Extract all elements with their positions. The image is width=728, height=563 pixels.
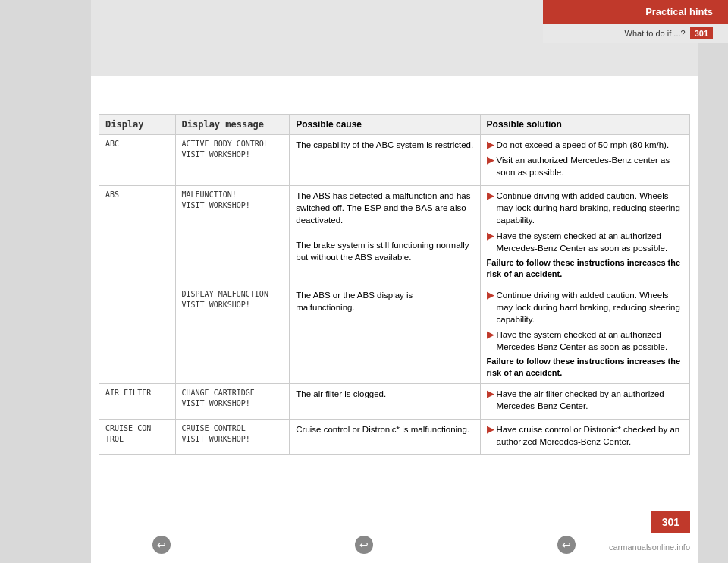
page-number-box: 301 <box>651 511 690 533</box>
solution-text: Do not exceed a speed of 50 mph (80 km/h… <box>497 139 670 151</box>
bullet-arrow-icon: ▶ <box>487 289 494 301</box>
table-row: DISPLAY MALFUNCTION VISIT WORKSHOP!The A… <box>99 285 690 383</box>
cell-solution-4: ▶Have cruise control or Distronic* check… <box>480 419 689 454</box>
solution-text: Have the system checked at an authorized… <box>497 230 683 254</box>
website-footer: carmanualsonline.info <box>609 543 690 552</box>
table-row: CRUISE CON- TROLCRUISE CONTROL VISIT WOR… <box>99 419 690 454</box>
cell-display-0: ABC <box>99 135 176 186</box>
page-number: 301 <box>662 516 679 528</box>
col-header-cause: Possible cause <box>290 115 480 135</box>
cell-message-2: DISPLAY MALFUNCTION VISIT WORKSHOP! <box>175 285 290 383</box>
solution-text: Continue driving with added caution. Whe… <box>497 190 683 226</box>
solution-text: Visit an authorized Mercedes-Benz center… <box>497 154 683 178</box>
cell-solution-2: ▶Continue driving with added caution. Wh… <box>480 285 689 383</box>
solution-bullet: ▶Have the system checked at an authorize… <box>487 230 683 254</box>
warning-text: Failure to follow these instructions inc… <box>487 257 683 281</box>
solution-text: Have cruise control or Distronic* checke… <box>497 423 683 448</box>
header-page-num: 301 <box>690 27 713 39</box>
bullet-arrow-icon: ▶ <box>487 329 494 341</box>
col-header-solution: Possible solution <box>480 115 689 135</box>
icon-circle-right: ↩ <box>557 536 576 554</box>
cell-cause-0: The capability of the ABC system is rest… <box>290 135 480 186</box>
cell-cause-2: The ABS or the ABS display is malfunctio… <box>290 285 480 383</box>
display-messages-table: Display Display message Possible cause P… <box>99 114 690 455</box>
cell-solution-0: ▶Do not exceed a speed of 50 mph (80 km/… <box>480 135 689 186</box>
left-sidebar-bg <box>0 0 91 563</box>
table-row: ABSMALFUNCTION! VISIT WORKSHOP!The ABS h… <box>99 186 690 285</box>
main-content: Display Display message Possible cause P… <box>99 114 690 502</box>
practical-hints-label: Practical hints <box>645 6 713 17</box>
bullet-arrow-icon: ▶ <box>487 154 494 166</box>
what-to-do-bar: What to do if ...? 301 <box>543 24 728 43</box>
bottom-icon-center: ↩ <box>355 536 373 555</box>
solution-text: Continue driving with added caution. Whe… <box>497 289 683 326</box>
solution-text: Have the system checked at an authorized… <box>497 329 683 353</box>
cell-cause-1: The ABS has detected a malfunction and h… <box>290 186 480 285</box>
cell-display-2 <box>99 285 176 383</box>
col-header-display: Display <box>99 115 176 135</box>
warning-text: Failure to follow these instructions inc… <box>487 356 683 379</box>
cell-message-4: CRUISE CONTROL VISIT WORKSHOP! <box>175 419 290 454</box>
bullet-arrow-icon: ▶ <box>487 388 494 400</box>
bottom-icon-left: ↩ <box>152 536 171 555</box>
table-header-row: Display Display message Possible cause P… <box>99 115 690 135</box>
cell-message-0: ACTIVE BODY CONTROL VISIT WORKSHOP! <box>175 135 290 186</box>
solution-bullet: ▶Continue driving with added caution. Wh… <box>487 190 683 226</box>
cell-solution-1: ▶Continue driving with added caution. Wh… <box>480 186 689 285</box>
what-to-do-label: What to do if ...? <box>625 29 686 38</box>
solution-bullet: ▶Continue driving with added caution. Wh… <box>487 289 683 326</box>
solution-bullet: ▶Do not exceed a speed of 50 mph (80 km/… <box>487 139 683 151</box>
cell-display-4: CRUISE CON- TROL <box>99 419 176 454</box>
header-area: Practical hints What to do if ...? 301 <box>425 0 728 43</box>
solution-bullet: ▶Have the system checked at an authorize… <box>487 329 683 353</box>
solution-bullet: ▶Visit an authorized Mercedes-Benz cente… <box>487 154 683 178</box>
bullet-arrow-icon: ▶ <box>487 190 494 202</box>
cell-message-3: CHANGE CARTRIDGE VISIT WORKSHOP! <box>175 383 290 419</box>
table-row: ABCACTIVE BODY CONTROL VISIT WORKSHOP!Th… <box>99 135 690 186</box>
practical-hints-bar: Practical hints <box>543 0 728 24</box>
solution-bullet: ▶Have cruise control or Distronic* check… <box>487 423 683 448</box>
cell-display-3: AIR FILTER <box>99 383 176 419</box>
cell-cause-3: The air filter is clogged. <box>290 383 480 419</box>
cell-message-1: MALFUNCTION! VISIT WORKSHOP! <box>175 186 290 285</box>
icon-circle-left: ↩ <box>152 536 171 554</box>
solution-text: Have the air filter checked by an author… <box>497 388 683 412</box>
col-header-message: Display message <box>175 115 290 135</box>
table-row: AIR FILTERCHANGE CARTRIDGE VISIT WORKSHO… <box>99 383 690 419</box>
solution-bullet: ▶Have the air filter checked by an autho… <box>487 388 683 412</box>
right-sidebar-bg <box>698 0 728 563</box>
cell-cause-4: Cruise control or Distronic* is malfunct… <box>290 419 480 454</box>
cell-display-1: ABS <box>99 186 176 285</box>
website-label: carmanualsonline.info <box>609 543 690 552</box>
bottom-icon-right: ↩ <box>557 536 576 555</box>
bullet-arrow-icon: ▶ <box>487 230 494 242</box>
cell-solution-3: ▶Have the air filter checked by an autho… <box>480 383 689 419</box>
bullet-arrow-icon: ▶ <box>487 139 494 151</box>
bullet-arrow-icon: ▶ <box>487 423 494 436</box>
icon-circle-center: ↩ <box>355 536 373 554</box>
